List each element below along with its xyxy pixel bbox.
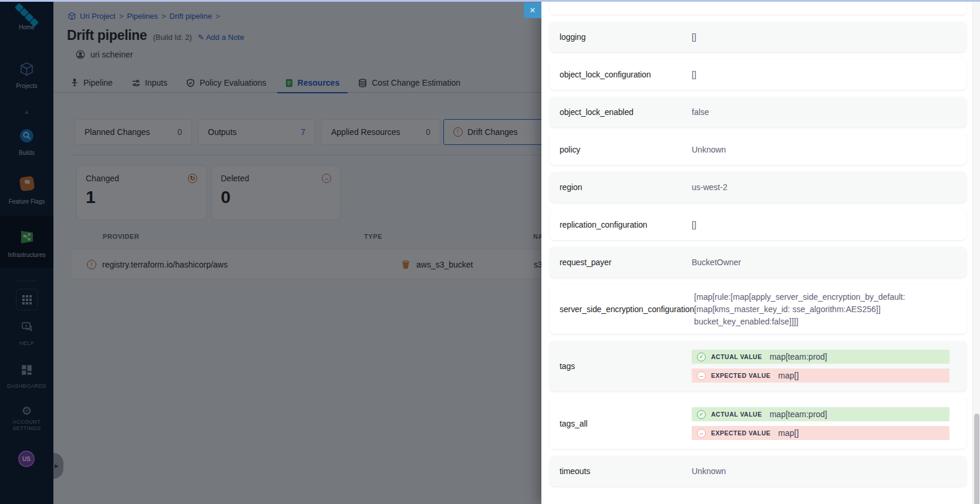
attribute-key: tags [550, 361, 692, 371]
expected-value: map[] [778, 428, 799, 438]
attribute-row: server_side_encryption_configuration [ma… [550, 285, 966, 334]
attribute-row: region us-west-2 [550, 172, 966, 202]
attribute-key: region [550, 182, 692, 192]
drift-values: ✓ ACTUAL VALUE map[team:prod] – EXPECTED… [692, 400, 950, 447]
actual-value-badge: ✓ ACTUAL VALUE map[team:prod] [692, 407, 949, 421]
expected-value-badge: – EXPECTED VALUE map[] [692, 368, 949, 383]
close-drawer-button[interactable]: ✕ [524, 2, 541, 18]
attribute-value: us-west-2 [692, 181, 938, 194]
expected-value-badge: – EXPECTED VALUE map[] [692, 426, 949, 440]
actual-value-label: ACTUAL VALUE [711, 353, 762, 360]
attribute-key: policy [550, 145, 692, 154]
actual-value: map[team:prod] [770, 352, 827, 361]
attribute-row: replication_configuration [] [550, 209, 966, 240]
attribute-row-partial [550, 0, 966, 15]
expected-value-label: EXPECTED VALUE [711, 372, 770, 379]
drift-details-drawer: logging [] object_lock_configuration [] … [541, 0, 980, 504]
attribute-value: [] [692, 69, 938, 81]
attribute-key: logging [550, 32, 692, 42]
attribute-row: object_lock_enabled false [550, 97, 966, 127]
check-circle-icon: ✓ [697, 410, 706, 419]
attribute-key: timeouts [550, 466, 692, 476]
expected-value-label: EXPECTED VALUE [711, 429, 770, 437]
attribute-row: tags_all ✓ ACTUAL VALUE map[team:prod] –… [550, 398, 966, 449]
minus-circle-icon: – [697, 429, 706, 438]
close-icon: ✕ [530, 6, 536, 15]
expected-value: map[] [778, 371, 799, 380]
attribute-key: object_lock_configuration [550, 70, 692, 79]
drift-values: ✓ ACTUAL VALUE map[team:prod] – EXPECTED… [692, 343, 950, 390]
attribute-value: Unknown [692, 465, 938, 478]
attribute-value: [] [692, 219, 938, 231]
attribute-value: [] [692, 31, 938, 43]
attribute-key: replication_configuration [550, 220, 692, 229]
check-circle-icon: ✓ [697, 353, 706, 361]
attribute-row: request_payer BucketOwner [550, 247, 966, 278]
attribute-key: tags_all [550, 419, 692, 428]
attribute-row: timeouts Unknown [550, 456, 966, 486]
actual-value-badge: ✓ ACTUAL VALUE map[team:prod] [692, 350, 949, 364]
modal-dim-overlay[interactable] [0, 0, 541, 504]
actual-value: map[team:prod] [770, 410, 827, 419]
attribute-row: policy Unknown [550, 134, 966, 165]
actual-value-label: ACTUAL VALUE [711, 411, 762, 418]
attribute-key: request_payer [550, 258, 692, 267]
attribute-value: Unknown [692, 144, 938, 156]
attribute-value: false [692, 106, 938, 119]
attribute-row: tags ✓ ACTUAL VALUE map[team:prod] – EXP… [550, 341, 966, 391]
attribute-key: object_lock_enabled [550, 107, 692, 117]
attribute-value: BucketOwner [692, 256, 938, 269]
attribute-value: [map[rule:[map[apply_server_side_encrypt… [694, 291, 941, 328]
attribute-row: logging [] [550, 22, 966, 52]
attribute-row: object_lock_configuration [] [550, 59, 966, 90]
vertical-scrollbar-thumb[interactable] [974, 414, 979, 504]
vertical-scrollbar[interactable] [972, 2, 980, 504]
minus-circle-icon: – [697, 371, 706, 380]
window-top-strip [0, 0, 980, 2]
attribute-key: server_side_encryption_configuration [550, 305, 694, 314]
attribute-list: logging [] object_lock_configuration [] … [550, 0, 966, 493]
